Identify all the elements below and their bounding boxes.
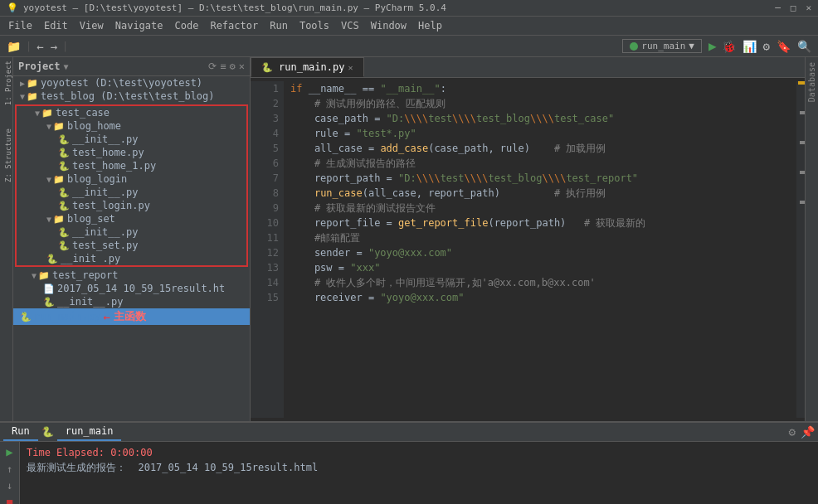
ln14: 14 xyxy=(251,275,279,290)
test-blog-label: test_blog (D:\test\test_blog) xyxy=(41,90,215,102)
py-file-icon: 🐍 xyxy=(58,187,70,198)
folder-icon: 📁 xyxy=(53,174,65,185)
py-file-icon: 🐍 xyxy=(58,134,70,145)
title-bar: 💡 yoyotest – [D:\test\yoyotest] – D:\tes… xyxy=(0,0,818,17)
close-btn[interactable]: ✕ xyxy=(806,2,811,13)
search-everywhere-icon[interactable]: 🔍 xyxy=(796,40,813,53)
tree-test-blog[interactable]: ▼ 📁 test_blog (D:\test\test_blog) xyxy=(13,90,250,103)
menu-edit[interactable]: Edit xyxy=(39,18,73,33)
py-file-icon: 🐍 xyxy=(58,201,70,211)
ln15: 15 xyxy=(251,290,279,305)
run-tab[interactable]: Run xyxy=(3,423,38,441)
window-title: yoyotest – [D:\test\yoyotest] – D:\test\… xyxy=(23,2,446,13)
tree-test-home[interactable]: 🐍 test_home.py xyxy=(17,146,246,159)
tree-init-root[interactable]: 🐍 __init .py xyxy=(17,252,246,265)
settings-run-icon[interactable]: ⚙ xyxy=(789,425,796,439)
database-panel-label[interactable]: Database xyxy=(807,57,816,107)
tree-run-main[interactable]: 🐍 run_main.py ← 主函数 xyxy=(13,308,250,325)
bottom-tabs: Run 🐍 run_main ⚙ 📌 xyxy=(0,423,818,442)
tree-init-1[interactable]: 🐍 __init__.py xyxy=(17,133,246,146)
file-tree: ▶ 📁 yoyotest (D:\test\yoyotest) ▼ 📁 test… xyxy=(13,76,250,421)
test-set-label: test_set.py xyxy=(72,240,138,251)
settings-panel-icon[interactable]: ⚙ xyxy=(230,61,236,72)
coverage-icon[interactable]: 📊 xyxy=(741,40,758,53)
menu-code[interactable]: Code xyxy=(170,18,204,33)
tree-init-report[interactable]: 🐍 __init__.py xyxy=(13,295,250,308)
bookmark-icon[interactable]: 🔖 xyxy=(775,40,792,53)
debug-button[interactable]: 🐞 xyxy=(720,40,738,53)
play-icon[interactable]: ▶ xyxy=(6,445,12,458)
code-line-10: report_file = get_report_file(report_pat… xyxy=(290,216,796,230)
tree-yoyotest[interactable]: ▶ 📁 yoyotest (D:\test\yoyotest) xyxy=(13,76,250,90)
arrow-icon: ▼ xyxy=(35,109,40,118)
folder-icon: 📁 xyxy=(41,108,53,119)
tree-blog-set[interactable]: ▼ 📁 blog_set xyxy=(17,212,246,225)
blog-login-label: blog_login xyxy=(67,173,127,185)
code-line-9: # 获取最新的测试报告文件 xyxy=(290,201,796,216)
menu-file[interactable]: File xyxy=(3,18,37,33)
gutter-mark-1 xyxy=(798,81,805,85)
config-indicator xyxy=(630,42,638,51)
tab-close-icon[interactable]: ✕ xyxy=(348,63,353,72)
run-button[interactable]: ▶ xyxy=(708,38,717,54)
code-line-15: receiver = "yoyo@xxx.com" xyxy=(290,290,796,305)
menu-run[interactable]: Run xyxy=(265,18,293,33)
run-main-tab-label[interactable]: run_main xyxy=(57,423,122,441)
tree-blog-home[interactable]: ▼ 📁 blog_home xyxy=(17,119,246,133)
side-icons: 1: Project Z: Structure xyxy=(0,57,13,421)
hide-panel-icon[interactable]: ✕ xyxy=(239,61,245,72)
test-home-1-label: test_home_1.py xyxy=(72,160,156,172)
gutter-mark-4 xyxy=(800,171,805,174)
run-config-name: run_main xyxy=(641,41,685,51)
menu-view[interactable]: View xyxy=(75,18,109,33)
open-project-icon[interactable]: 📁 xyxy=(5,40,22,53)
code-area[interactable]: 1 2 3 4 5 6 7 8 9 10 11 12 13 14 15 if _… xyxy=(251,78,805,421)
tree-test-case[interactable]: ▼ 📁 test_case xyxy=(17,106,246,119)
tree-test-set[interactable]: 🐍 test_set.py xyxy=(17,239,246,252)
up-icon[interactable]: ↑ xyxy=(7,463,12,475)
right-panel: Database xyxy=(805,57,818,421)
editor-tab-run-main[interactable]: 🐍 run_main.py ✕ xyxy=(251,57,364,77)
menu-vcs[interactable]: VCS xyxy=(336,18,364,33)
tab-py-icon: 🐍 xyxy=(261,62,273,73)
project-side-tab[interactable]: 1: Project xyxy=(1,61,12,105)
ln8: 8 xyxy=(251,186,279,201)
structure-side-tab[interactable]: Z: Structure xyxy=(1,128,12,182)
main-func-label: 主函数 xyxy=(114,309,146,324)
menu-navigate[interactable]: Navigate xyxy=(110,18,168,33)
tree-test-home-1[interactable]: 🐍 test_home_1.py xyxy=(17,159,246,172)
code-line-13: psw = "xxx" xyxy=(290,260,796,275)
back-icon[interactable]: ← xyxy=(35,40,45,53)
forward-icon[interactable]: → xyxy=(49,40,59,53)
tree-init-2[interactable]: 🐍 __init__.py xyxy=(17,186,246,199)
code-line-4: rule = "test*.py" xyxy=(290,126,796,141)
settings-icon[interactable]: ⚙ xyxy=(762,40,772,53)
tree-test-report[interactable]: ▼ 📁 test_report xyxy=(13,269,250,282)
bottom-content: Time Elapsed: 0:00:00 最新测试生成的报告： 2017_05… xyxy=(20,442,818,504)
code-content[interactable]: if __name__ == "__main__": # 测试用例的路径、匹配规… xyxy=(284,81,796,418)
tree-result-html[interactable]: 📄 2017_05_14 10_59_15result.ht xyxy=(13,282,250,295)
maximize-btn[interactable]: □ xyxy=(791,2,796,13)
arrow-icon: ▼ xyxy=(20,92,25,101)
py-file-icon: 🐍 xyxy=(58,240,70,251)
stop-icon[interactable]: ■ xyxy=(7,497,12,504)
red-arrow-icon: ← xyxy=(103,310,110,323)
collapse-icon[interactable]: ≡ xyxy=(220,61,226,72)
init-report-label: __init__.py xyxy=(57,296,123,308)
bottom-panel: Run 🐍 run_main ⚙ 📌 ▶ ↑ ↓ ■ ✕ Time Elapse… xyxy=(0,421,818,504)
menu-window[interactable]: Window xyxy=(366,18,411,33)
tree-blog-login[interactable]: ▼ 📁 blog_login xyxy=(17,172,246,186)
code-line-3: case_path = "D:\\\\test\\\\test_blog\\\\… xyxy=(290,111,796,126)
ln9: 9 xyxy=(251,201,279,216)
minimize-btn[interactable]: ─ xyxy=(775,2,781,13)
tree-init-3[interactable]: 🐍 __init__.py xyxy=(17,225,246,239)
dropdown-arrow[interactable]: ▼ xyxy=(64,62,69,71)
pin-run-icon[interactable]: 📌 xyxy=(801,425,815,439)
down-icon[interactable]: ↓ xyxy=(7,480,12,492)
tree-test-login[interactable]: 🐍 test_login.py xyxy=(17,199,246,212)
menu-refactor[interactable]: Refactor xyxy=(205,18,263,33)
menu-tools[interactable]: Tools xyxy=(295,18,334,33)
sync-icon[interactable]: ⟳ xyxy=(208,61,217,72)
menu-help[interactable]: Help xyxy=(413,18,447,33)
run-main-tab[interactable]: run_main ▼ xyxy=(622,39,702,53)
